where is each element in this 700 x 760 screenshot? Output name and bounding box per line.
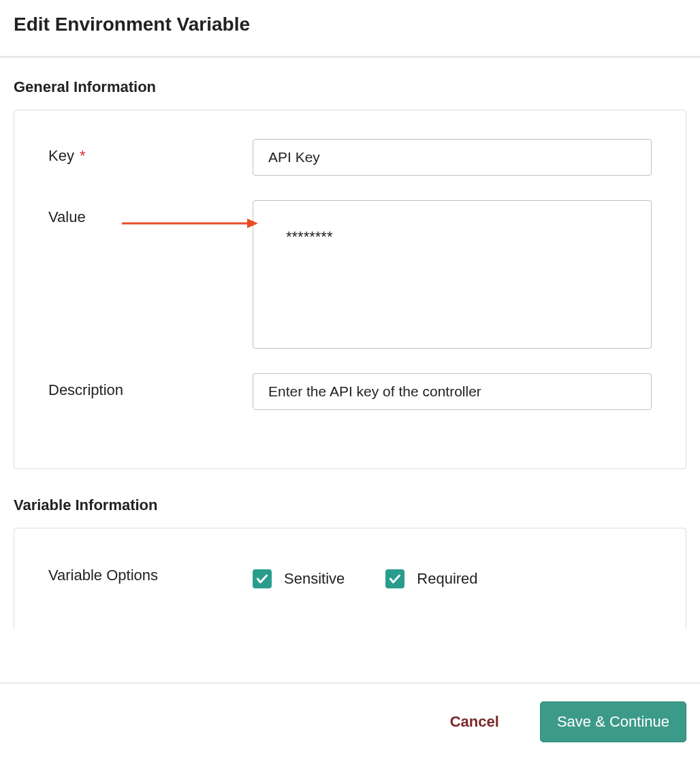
required-checkbox[interactable] <box>385 569 404 588</box>
description-input[interactable] <box>253 373 652 410</box>
required-checkbox-wrapper: Required <box>385 569 477 588</box>
page-title: Edit Environment Variable <box>14 14 686 35</box>
variable-options-label: Variable Options <box>48 567 253 584</box>
variable-section-title: Variable Information <box>14 496 686 514</box>
required-star-icon: * <box>80 147 86 164</box>
key-label-text: Key <box>48 147 74 164</box>
required-label: Required <box>417 570 477 588</box>
value-label: Value <box>48 200 253 226</box>
content-area: General Information Key * Value ********… <box>0 58 700 629</box>
key-input[interactable] <box>253 139 652 176</box>
cancel-button[interactable]: Cancel <box>443 705 506 739</box>
sensitive-checkbox[interactable] <box>253 569 272 588</box>
variable-panel: Variable Options Sensitive <box>14 528 686 629</box>
key-label: Key * <box>48 139 253 165</box>
check-icon <box>388 572 402 586</box>
general-section-title: General Information <box>14 78 686 96</box>
save-continue-button[interactable]: Save & Continue <box>540 701 686 742</box>
value-row: Value ******** <box>48 200 652 349</box>
check-icon <box>255 572 269 586</box>
footer-bar: Cancel Save & Continue <box>0 682 700 760</box>
page-header: Edit Environment Variable <box>0 0 700 56</box>
general-panel: Key * Value ******** Description <box>14 110 686 469</box>
description-row: Description <box>48 373 652 410</box>
variable-options-row: Variable Options Sensitive <box>48 563 652 588</box>
checkbox-group: Sensitive Required <box>253 563 478 588</box>
sensitive-label: Sensitive <box>284 570 345 588</box>
sensitive-checkbox-wrapper: Sensitive <box>253 569 345 588</box>
key-row: Key * <box>48 139 652 176</box>
description-label: Description <box>48 373 253 399</box>
value-textarea[interactable]: ******** <box>253 200 652 349</box>
